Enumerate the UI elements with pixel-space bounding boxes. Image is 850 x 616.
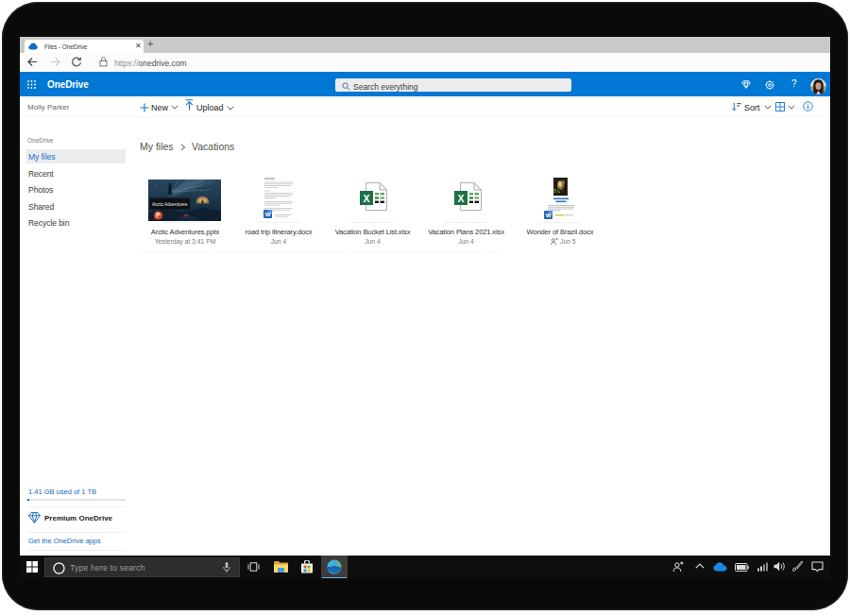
svg-text:P: P [156,212,161,218]
svg-text:Arctic Adventures: Arctic Adventures [152,202,188,207]
svg-text:X: X [457,193,464,204]
svg-text:W: W [546,213,552,218]
svg-text:W: W [265,212,271,217]
svg-text:X: X [363,193,369,204]
